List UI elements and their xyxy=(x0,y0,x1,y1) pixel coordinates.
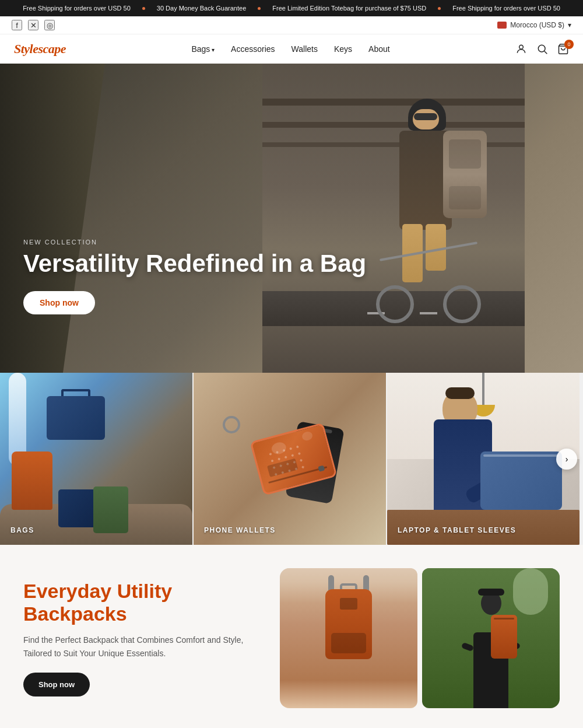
announcement-text-2: 30 Day Money Back Guarantee xyxy=(157,5,246,12)
logo[interactable]: Stylescape xyxy=(14,41,66,57)
nav-link-about[interactable]: About xyxy=(368,44,390,54)
hero-subtitle: NEW COLLECTION xyxy=(23,239,366,246)
person-silhouette xyxy=(462,592,520,708)
nav-icons: 0 xyxy=(515,43,569,55)
backpacks-description: Find the Perfect Backpack that Combines … xyxy=(23,634,257,660)
hero-title: Versatility Redefined in a Bag xyxy=(23,250,366,277)
category-label-wallets: PHONE WALLETS xyxy=(204,526,276,534)
region-label: Morocco (USD $) xyxy=(510,21,564,29)
category-card-bags[interactable]: BAGS xyxy=(0,373,192,545)
top-handle xyxy=(340,583,357,589)
logo-patch xyxy=(340,598,357,610)
silhouette-head xyxy=(481,592,501,615)
keychain xyxy=(223,416,240,433)
nav-item-bags[interactable]: Bags xyxy=(191,44,215,54)
backpacks-images xyxy=(280,568,560,708)
svg-point-1 xyxy=(538,45,545,52)
hair xyxy=(445,387,475,399)
categories-section: BAGS PHONE WALLETS xyxy=(0,373,583,545)
category-card-laptop-sleeves[interactable]: LAPTOP & TABLET SLEEVES xyxy=(387,373,580,545)
announcement-text-1: Free Shipping for orders over USD 50 xyxy=(23,5,131,12)
sunglasses xyxy=(414,113,437,120)
cart-button[interactable]: 0 xyxy=(557,43,569,55)
carousel-next-button[interactable]: › xyxy=(556,449,577,470)
social-icons: f ✕ ◎ xyxy=(12,20,55,30)
bag-green xyxy=(93,487,128,533)
account-button[interactable] xyxy=(515,43,527,55)
flag-icon xyxy=(497,22,507,29)
instagram-icon[interactable]: ◎ xyxy=(44,20,55,30)
laptop-sleeve xyxy=(480,452,562,510)
laptop-background xyxy=(387,373,580,545)
announcement-bar: Free Shipping for orders over USD 50 30 … xyxy=(0,0,583,16)
backpack-product-image xyxy=(280,568,417,708)
bags-background xyxy=(0,373,192,545)
front-pocket xyxy=(331,633,366,653)
hero-cta-button[interactable]: Shop now xyxy=(23,291,95,314)
backpack-on-person xyxy=(443,131,487,218)
backpacks-cta-button[interactable]: Shop now xyxy=(23,673,90,696)
wheel-front xyxy=(376,285,414,323)
hero-section: NEW COLLECTION Versatility Redefined in … xyxy=(0,64,583,373)
nav-link-bags[interactable]: Bags xyxy=(191,44,215,54)
facebook-icon[interactable]: f xyxy=(12,20,22,30)
backpacks-text: Everyday Utility Backpacks Find the Perf… xyxy=(23,580,257,696)
pack-detail xyxy=(494,618,514,620)
announcement-item-3: Free Limited Edition Totebag for purchas… xyxy=(261,5,438,12)
silhouette-backpack xyxy=(491,615,517,659)
nav-link-keys[interactable]: Keys xyxy=(334,44,352,54)
twitter-icon[interactable]: ✕ xyxy=(28,20,38,30)
wheel-back xyxy=(443,285,481,323)
bag-handle xyxy=(61,389,90,396)
cap xyxy=(478,589,504,596)
search-button[interactable] xyxy=(536,43,548,55)
cart-badge: 0 xyxy=(564,40,574,49)
announcement-item-2: 30 Day Money Back Guarantee xyxy=(145,5,258,12)
backpack-pocket xyxy=(449,139,481,169)
bag-orange xyxy=(12,452,52,510)
announcement-item-4: Free Shipping for orders over USD 50 xyxy=(441,5,572,12)
nav-item-keys[interactable]: Keys xyxy=(334,44,352,54)
backpack-pocket-2 xyxy=(449,186,481,209)
wallets-background xyxy=(194,373,386,545)
top-bar: f ✕ ◎ Morocco (USD $) ▾ xyxy=(0,16,583,34)
category-label-laptop: LAPTOP & TABLET SLEEVES xyxy=(398,526,516,534)
hero-figure xyxy=(262,64,525,373)
backpack-lifestyle-image xyxy=(422,568,560,708)
zipper-pull xyxy=(318,465,325,471)
nav-item-wallets[interactable]: Wallets xyxy=(292,44,318,54)
region-selector[interactable]: Morocco (USD $) ▾ xyxy=(497,21,571,29)
nav-links: Bags Accessories Wallets Keys About xyxy=(191,44,389,54)
backpacks-title: Everyday Utility Backpacks xyxy=(23,580,257,625)
region-chevron: ▾ xyxy=(568,21,571,29)
navbar: Stylescape Bags Accessories Wallets Keys… xyxy=(0,34,583,64)
svg-point-0 xyxy=(519,45,524,49)
blob-2 xyxy=(301,430,313,441)
svg-line-2 xyxy=(545,51,547,54)
announcement-item-1: Free Shipping for orders over USD 50 xyxy=(11,5,142,12)
backpacks-section: Everyday Utility Backpacks Find the Perf… xyxy=(0,545,583,728)
nav-item-accessories[interactable]: Accessories xyxy=(231,44,275,54)
announcement-text-3: Free Limited Edition Totebag for purchas… xyxy=(272,5,426,12)
announcement-text-4: Free Shipping for orders over USD 50 xyxy=(452,5,560,12)
backpack-body xyxy=(325,589,372,659)
nav-link-accessories[interactable]: Accessories xyxy=(231,44,275,54)
category-card-phone-wallets[interactable]: PHONE WALLETS xyxy=(194,373,386,545)
arm-left xyxy=(461,642,474,652)
nav-link-wallets[interactable]: Wallets xyxy=(292,44,318,54)
hero-content: NEW COLLECTION Versatility Redefined in … xyxy=(23,239,366,314)
nav-item-about[interactable]: About xyxy=(368,44,390,54)
bag-blue-large xyxy=(47,396,105,440)
sleeve-zipper xyxy=(483,454,559,457)
category-label-bags: BAGS xyxy=(10,526,34,534)
person-on-bike xyxy=(370,99,487,332)
